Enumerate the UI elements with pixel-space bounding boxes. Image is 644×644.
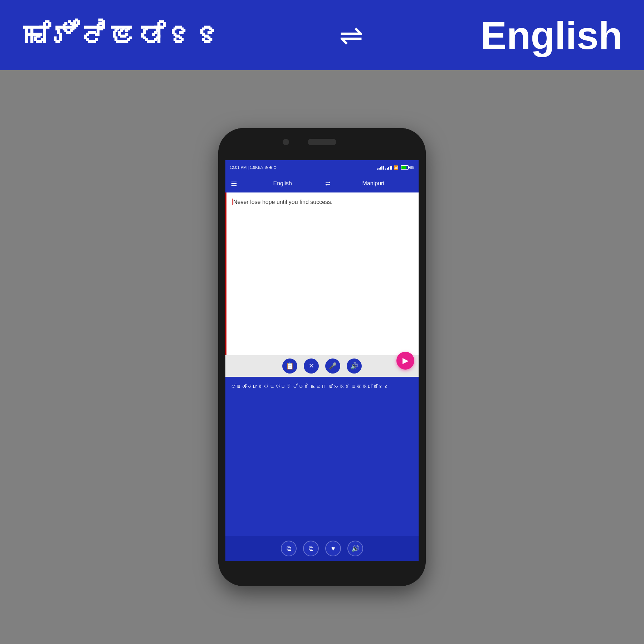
- clipboard-icon: 📋: [286, 362, 294, 370]
- nav-source-language[interactable]: English: [243, 180, 323, 187]
- nav-swap-icon[interactable]: ⇌: [323, 180, 333, 187]
- copy-icon: ⧉: [287, 545, 291, 552]
- speaker-icon: 🔊: [350, 362, 358, 370]
- input-area[interactable]: Never lose hope until you find success. …: [225, 192, 419, 377]
- listen-input-button[interactable]: 🔊: [347, 358, 362, 374]
- input-actions-bar: 📋 ✕ 🎤 🔊 ▶: [225, 355, 419, 377]
- top-header: ꯃꯤꯇꯩꯂꯣꯟꯅꯤ꯱꯱ ⇌ English: [0, 0, 644, 70]
- header-target-lang: English: [480, 13, 623, 58]
- heart-icon: ♥: [331, 545, 335, 552]
- clear-button[interactable]: ✕: [304, 358, 319, 374]
- wifi-icon: 📶: [394, 165, 399, 170]
- input-text[interactable]: Never lose hope until you find success.: [225, 192, 419, 355]
- battery-icon: [401, 165, 409, 170]
- share-icon: ⧉: [309, 545, 313, 552]
- phone-screen: 12:01 PM | 1.9KB/s ⊙ ⊕ ⊙: [225, 160, 419, 561]
- header-swap-icon[interactable]: ⇌: [339, 19, 363, 52]
- hamburger-menu-icon[interactable]: ☰: [231, 179, 237, 188]
- earpiece-speaker: [308, 139, 336, 145]
- status-speed: | 1.9KB/s ⊙ ⊕ ⊙: [248, 165, 277, 170]
- app-navbar: ☰ English ⇌ Manipuri: [225, 175, 419, 192]
- share-output-button[interactable]: ⧉: [303, 541, 319, 556]
- close-icon: ✕: [309, 362, 314, 370]
- status-time-speed: 12:01 PM | 1.9KB/s ⊙ ⊕ ⊙: [230, 165, 277, 170]
- clipboard-button[interactable]: 📋: [282, 358, 297, 374]
- signal-bars-1: [377, 165, 384, 170]
- signal-bars-2: [385, 165, 392, 170]
- phone-top-bezel: [218, 128, 426, 160]
- speaker-output-icon: 🔊: [351, 545, 359, 552]
- status-bar: 12:01 PM | 1.9KB/s ⊙ ⊕ ⊙: [225, 160, 419, 175]
- output-actions-bar: ⧉ ⧉ ♥ 🔊: [225, 536, 419, 561]
- text-cursor: [232, 199, 233, 205]
- send-icon: ▶: [402, 356, 409, 365]
- nav-target-language[interactable]: Manipuri: [333, 180, 414, 187]
- front-camera: [283, 139, 289, 145]
- background-area: 12:01 PM | 1.9KB/s ⊙ ⊕ ⊙: [0, 70, 644, 644]
- microphone-button[interactable]: 🎤: [325, 358, 340, 374]
- mic-icon: 🎤: [329, 362, 337, 370]
- copy-output-button[interactable]: ⧉: [281, 541, 297, 556]
- translate-button[interactable]: ▶: [396, 352, 414, 370]
- output-text: ꯅꯤꯡꯊꯤꯖꯥꯔꯕꯁꯤ ꯑꯁꯥꯡꯕꯥ ꯂꯩꯅꯕꯥ ꯃꯐꯝ ꯑꯣꯢꯗꯕꯥ ꯑꯟꯗꯔ…: [225, 377, 419, 536]
- phone-bottom-bezel: [218, 561, 426, 586]
- battery-fill: [401, 166, 406, 169]
- phone-shell: 12:01 PM | 1.9KB/s ⊙ ⊕ ⊙: [218, 128, 426, 586]
- status-icons: 📶 88: [377, 165, 414, 170]
- listen-output-button[interactable]: 🔊: [347, 541, 363, 556]
- output-area: ꯅꯤꯡꯊꯤꯖꯥꯔꯕꯁꯤ ꯑꯁꯥꯡꯕꯥ ꯂꯩꯅꯕꯥ ꯃꯐꯝ ꯑꯣꯢꯗꯕꯥ ꯑꯟꯗꯔ…: [225, 377, 419, 561]
- favorite-output-button[interactable]: ♥: [325, 541, 341, 556]
- battery-percentage: 88: [410, 165, 414, 170]
- input-text-content: Never lose hope until you find success.: [233, 199, 332, 205]
- status-time: 12:01 PM: [230, 165, 247, 170]
- header-source-lang: ꯃꯤꯇꯩꯂꯣꯟꯅꯤ꯱꯱: [21, 19, 222, 52]
